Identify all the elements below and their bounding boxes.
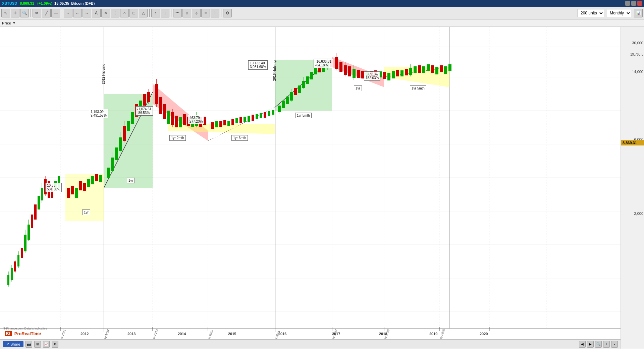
price-19763: 19,763.5 xyxy=(630,53,643,56)
separator-4 xyxy=(171,9,171,17)
svg-rect-105 xyxy=(248,116,250,122)
indicator-tool[interactable]: ⎍ xyxy=(182,9,191,17)
cross-tool[interactable]: ✕ xyxy=(101,9,110,17)
duration-1yr-c: 1yr xyxy=(82,209,90,215)
svg-rect-155 xyxy=(427,64,430,71)
minimize-btn[interactable] xyxy=(625,1,630,6)
symbol-label: XBTUSD xyxy=(2,1,17,5)
svg-rect-73 xyxy=(127,121,130,131)
share-button[interactable]: ↗ Share xyxy=(3,341,23,347)
crosshair-tool[interactable]: ✛ xyxy=(11,9,19,17)
bottom-icon-grid[interactable]: ⊞ xyxy=(34,341,41,348)
svg-text:2020: 2020 xyxy=(480,332,488,336)
pattern-tool[interactable]: ⌇ xyxy=(211,9,219,17)
price-label-bar: Price ▼ xyxy=(0,19,644,27)
svg-rect-135 xyxy=(348,66,351,76)
svg-text:2018: 2018 xyxy=(379,332,387,336)
svg-rect-115 xyxy=(286,97,289,104)
separator-1 xyxy=(31,9,31,17)
period-selector[interactable]: Monthly Weekly Daily xyxy=(607,9,631,17)
hline-tool[interactable]: — xyxy=(51,9,60,17)
svg-rect-107 xyxy=(256,114,258,119)
svg-rect-110 xyxy=(268,111,270,116)
svg-rect-114 xyxy=(282,101,285,108)
stats-annotation-a: 1,193.09 9,491.57% xyxy=(89,109,108,118)
svg-rect-104 xyxy=(244,117,246,122)
bottom-icon-camera[interactable]: 📷 xyxy=(25,341,32,348)
svg-rect-157 xyxy=(435,67,438,74)
svg-rect-88 xyxy=(179,117,182,127)
svg-rect-149 xyxy=(405,69,408,75)
svg-rect-160 xyxy=(448,64,451,71)
rect-tool[interactable]: □ xyxy=(129,9,138,17)
svg-rect-96 xyxy=(211,122,214,129)
toolbar-right: 200 units 100 units 500 units Monthly We… xyxy=(578,9,643,17)
line-tool[interactable]: ╱ xyxy=(42,9,51,17)
duration-1yr-b: 1yr xyxy=(354,85,362,91)
svg-rect-58 xyxy=(79,181,82,190)
settings-tool[interactable]: ⚙ xyxy=(223,9,232,17)
bottom-icon-settings[interactable]: ⚙ xyxy=(52,341,58,348)
duration-1yr-5mth-a: 1yr 5mth xyxy=(295,113,312,118)
separator-3 xyxy=(149,9,150,17)
svg-rect-39 xyxy=(21,248,23,258)
search-btn[interactable]: 🔍 xyxy=(595,341,602,348)
svg-rect-97 xyxy=(215,121,218,127)
zoom-tool[interactable]: 🔍 xyxy=(20,9,29,17)
measure-tool[interactable]: ⊹ xyxy=(192,9,201,17)
time-display: 15:05:35 xyxy=(54,1,69,5)
svg-rect-59 xyxy=(83,183,86,191)
svg-rect-146 xyxy=(392,71,395,78)
separator-2 xyxy=(62,9,62,17)
multi-arrow-tool[interactable]: ↔ xyxy=(83,9,91,17)
triangle-tool[interactable]: △ xyxy=(139,9,148,17)
price-display: 8,869.31 (+1.09%) xyxy=(20,1,54,5)
chart-area[interactable]: Nov 2011 Nov 2012 Nov 2013 Jun 2015 Jul … xyxy=(0,27,621,349)
halving-2016-label: 2016 Halving xyxy=(273,60,276,81)
stats-annotation-g: 5,691.47 182.03% xyxy=(364,71,380,81)
fib-tool[interactable]: ⋮ xyxy=(111,9,119,17)
zoom-in-btn[interactable]: + xyxy=(603,341,610,348)
pen-tool[interactable]: ✏ xyxy=(33,9,41,17)
label-tool[interactable]: A xyxy=(92,9,101,17)
zoom-out-btn[interactable]: - xyxy=(611,341,618,348)
units-selector[interactable]: 200 units 100 units 500 units xyxy=(578,9,604,17)
svg-rect-123 xyxy=(310,72,313,79)
bottom-icon-chart[interactable]: 📈 xyxy=(43,341,50,348)
arrow-left-tool[interactable]: ← xyxy=(73,9,82,17)
stats-annotation-d: 10.58 531.66% xyxy=(45,183,62,192)
chart-type-icon[interactable]: 📊 xyxy=(634,9,643,17)
down-arrow-tool[interactable]: ↓ xyxy=(161,9,169,17)
svg-rect-77 xyxy=(143,94,146,106)
svg-rect-103 xyxy=(239,117,242,123)
svg-rect-156 xyxy=(431,65,434,73)
arrow-right-tool[interactable]: → xyxy=(64,9,72,17)
scroll-left-btn[interactable]: ◀ xyxy=(579,341,586,348)
svg-rect-124 xyxy=(314,68,317,74)
up-arrow-tool[interactable]: ↑ xyxy=(151,9,160,17)
svg-text:2014: 2014 xyxy=(178,332,186,336)
share-icon: ↗ xyxy=(6,342,9,346)
logo: IG ProRealTime xyxy=(3,330,43,337)
svg-rect-148 xyxy=(400,70,404,76)
svg-rect-153 xyxy=(418,65,421,73)
svg-rect-122 xyxy=(306,76,309,84)
wave-tool[interactable]: 〜 xyxy=(173,9,182,17)
price-settings-icon[interactable]: ▼ xyxy=(12,21,16,25)
ellipse-tool[interactable]: ○ xyxy=(120,9,129,17)
title-bar: XBTUSD 8,869.31 (+1.09%) 15:05:35 Bitcoi… xyxy=(0,0,644,7)
svg-rect-89 xyxy=(183,114,186,125)
svg-text:2016: 2016 xyxy=(278,332,286,336)
duration-1yr-6mth: 1yr 6mth xyxy=(231,135,248,141)
svg-rect-154 xyxy=(422,66,425,73)
maximize-btn[interactable] xyxy=(631,1,636,6)
svg-rect-106 xyxy=(252,115,254,121)
cursor-tool[interactable]: ↖ xyxy=(1,9,10,17)
close-btn[interactable] xyxy=(637,1,642,6)
svg-rect-46 xyxy=(38,196,40,209)
channel-tool[interactable]: ≡ xyxy=(201,9,210,17)
svg-rect-132 xyxy=(339,62,342,72)
scroll-right-btn[interactable]: ▶ xyxy=(587,341,594,348)
svg-rect-98 xyxy=(219,121,222,127)
svg-rect-45 xyxy=(34,204,37,220)
